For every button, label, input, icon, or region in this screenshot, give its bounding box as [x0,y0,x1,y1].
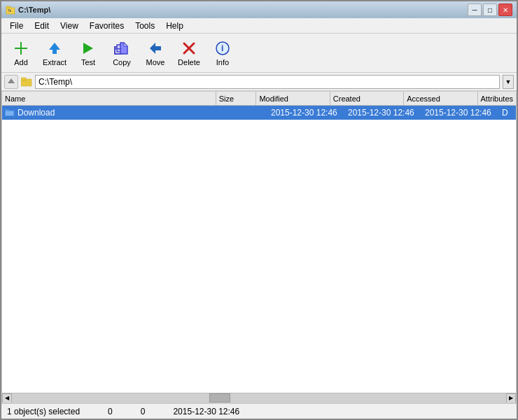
svg-rect-23 [6,111,13,115]
info-button[interactable]: i Info [207,36,238,70]
minimize-button[interactable]: ─ [468,4,482,16]
main-window: 7z C:\Temp\ ─ □ ✕ File Edit View Favorit… [0,0,518,420]
svg-marker-18 [8,78,15,83]
svg-rect-22 [5,109,9,111]
col-header-accessed[interactable]: Accessed [404,92,477,105]
status-size2: 0 [141,407,146,416]
window-title: C:\Temp\ [18,6,50,14]
toolbar: Add Extract Test [1,34,517,73]
horizontal-scrollbar[interactable]: ◀ ▶ [2,393,516,402]
col-header-size[interactable]: Size [216,92,257,105]
move-icon [147,40,164,57]
delete-label: Delete [178,58,200,66]
svg-rect-5 [20,42,22,55]
file-list[interactable]: Download 2015-12-30 12:46 2015-12-30 12:… [2,106,516,393]
address-bar: ▼ [1,73,517,91]
address-up-button[interactable] [4,75,18,89]
status-size1: 0 [108,407,113,416]
svg-rect-20 [21,78,26,80]
test-label: Test [81,58,95,66]
menu-tools[interactable]: Tools [130,20,160,32]
file-created: 2015-12-30 12:46 [345,108,422,118]
extract-button[interactable]: Extract [39,36,70,70]
file-accessed: 2015-12-30 12:46 [422,108,499,118]
move-button[interactable]: Move [140,36,171,70]
status-bar: 1 object(s) selected 0 0 2015-12-30 12:4… [1,403,517,419]
menu-bar: File Edit View Favorites Tools Help [1,18,517,34]
file-name: Download [2,108,226,118]
up-arrow-icon [6,77,16,87]
col-header-modified[interactable]: Modified [256,92,330,105]
file-attributes: D [499,108,516,118]
info-label: Info [216,58,229,66]
col-header-created[interactable]: Created [330,92,404,105]
svg-marker-7 [83,43,93,54]
status-objects: 1 object(s) selected [7,407,80,416]
copy-button[interactable]: Copy [106,36,137,70]
file-modified: 2015-12-30 12:46 [268,108,345,118]
scroll-thumb[interactable] [209,393,230,402]
address-input[interactable] [35,75,500,89]
app-icon: 7z [6,5,15,15]
svg-text:7z: 7z [8,8,12,13]
menu-file[interactable]: File [4,20,29,32]
column-header: Name Size Modified Created Accessed Attr… [2,92,516,106]
extract-label: Extract [43,58,66,66]
scroll-track[interactable] [12,393,506,402]
table-row[interactable]: Download 2015-12-30 12:46 2015-12-30 12:… [2,106,516,120]
close-button[interactable]: ✕ [498,4,512,16]
title-controls: ─ □ ✕ [468,4,512,16]
file-list-container: Name Size Modified Created Accessed Attr… [1,91,517,403]
address-folder-icon [21,76,32,88]
folder-icon [5,108,15,117]
svg-marker-11 [124,43,127,46]
menu-view[interactable]: View [55,20,84,32]
svg-text:i: i [221,43,223,53]
address-dropdown-button[interactable]: ▼ [503,75,514,89]
svg-marker-13 [150,43,161,54]
restore-button[interactable]: □ [483,4,497,16]
menu-favorites[interactable]: Favorites [84,20,130,32]
test-button[interactable]: Test [73,36,104,70]
status-timestamp: 2015-12-30 12:46 [173,407,239,416]
add-icon [13,40,29,57]
add-button[interactable]: Add [6,36,36,70]
delete-button[interactable]: Delete [174,36,204,70]
move-label: Move [146,58,165,66]
scroll-right-button[interactable]: ▶ [506,393,516,403]
scroll-left-button[interactable]: ◀ [2,393,12,403]
add-label: Add [14,58,28,66]
col-header-name[interactable]: Name [2,92,216,105]
extract-icon [46,40,63,57]
delete-icon [181,40,197,57]
menu-edit[interactable]: Edit [29,20,55,32]
title-bar: 7z C:\Temp\ ─ □ ✕ [1,1,517,18]
menu-help[interactable]: Help [160,20,189,32]
copy-label: Copy [113,58,131,66]
test-icon [80,40,97,57]
svg-rect-12 [115,48,121,50]
copy-icon [113,40,130,57]
info-icon: i [214,40,231,57]
svg-marker-6 [49,43,60,54]
col-header-attributes[interactable]: Attributes [478,92,516,105]
